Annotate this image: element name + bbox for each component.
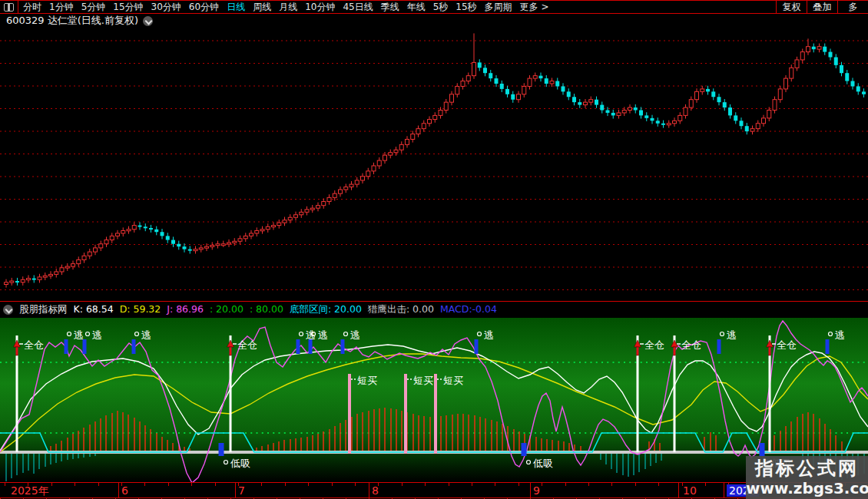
svg-text:全仓: 全仓 xyxy=(777,339,797,351)
toolbar-item-月线[interactable]: 月线 xyxy=(279,1,297,14)
toolbar-item-30分钟[interactable]: 30分钟 xyxy=(151,1,181,14)
date-minor-tick xyxy=(518,483,519,486)
indicator-panel-area[interactable]: 全仓全仓全仓全仓全仓逃逃逃逃逃逃逃逃逃短买短买短买低吸低吸低吸 xyxy=(0,318,868,482)
title-chevron-down-icon[interactable] xyxy=(143,16,153,26)
date-minor-tick xyxy=(658,483,659,486)
svg-text:短买: 短买 xyxy=(413,375,433,386)
date-minor-tick xyxy=(308,483,309,486)
candlestick-plot xyxy=(0,28,868,301)
toolbar-item-10分钟[interactable]: 10分钟 xyxy=(305,1,335,14)
toolbar-item-15分钟[interactable]: 15分钟 xyxy=(113,1,143,14)
date-minor-tick xyxy=(588,483,589,486)
indicator-value-1: K: 68.54 xyxy=(74,303,114,316)
indicator-header: 股朋指标网K: 68.54D: 59.32J: 86.96: 20.00: 80… xyxy=(0,301,868,318)
toolbar-item-60分钟[interactable]: 60分钟 xyxy=(189,1,219,14)
trading-app-window: 分时1分钟5分钟15分钟30分钟60分钟日线周线月线10分钟45日线季线年线5秒… xyxy=(0,0,868,499)
site-watermark: 指标公式网 www.zbgs3.com xyxy=(746,456,868,499)
date-minor-tick xyxy=(542,483,542,486)
svg-text:逃: 逃 xyxy=(835,329,845,341)
date-minor-tick xyxy=(51,483,52,486)
date-label-2025年: 2025年 xyxy=(11,484,49,497)
date-minor-tick xyxy=(705,483,706,486)
date-separator xyxy=(678,483,679,498)
candlestick-chart-area[interactable] xyxy=(0,28,868,301)
date-label-8: 8 xyxy=(372,484,379,497)
stock-title: 600329 达仁堂(日线.前复权) xyxy=(6,14,138,28)
date-separator xyxy=(118,483,119,498)
toolbar-item-45日线[interactable]: 45日线 xyxy=(343,1,373,14)
svg-text:全仓: 全仓 xyxy=(681,339,701,351)
date-minor-tick xyxy=(355,483,356,486)
toolbar-item-更多 >[interactable]: 更多 > xyxy=(520,1,549,14)
date-label-6: 6 xyxy=(121,484,128,497)
date-separator xyxy=(724,483,724,498)
date-minor-tick xyxy=(495,483,495,486)
svg-text:逃: 逃 xyxy=(92,329,102,341)
indicator-value-2: D: 59.32 xyxy=(120,303,161,316)
date-minor-tick xyxy=(215,483,216,486)
date-separator xyxy=(369,483,369,498)
date-label-10: 10 xyxy=(683,484,697,497)
svg-text:逃: 逃 xyxy=(141,329,151,341)
toolbar-item-周线[interactable]: 周线 xyxy=(253,1,271,14)
toolbar-item-5秒[interactable]: 5秒 xyxy=(433,1,449,14)
toolbar-button-复权[interactable]: 复权 xyxy=(776,1,807,13)
indicator-value-6: 底部区间: 20.00 xyxy=(290,303,362,316)
svg-text:短买: 短买 xyxy=(357,375,377,386)
watermark-site-url: www.zbgs3.com xyxy=(746,480,868,497)
svg-text:逃: 逃 xyxy=(350,329,360,341)
watermark-site-name: 指标公式网 xyxy=(746,457,868,480)
date-minor-tick xyxy=(635,483,636,486)
period-toolbar: 分时1分钟5分钟15分钟30分钟60分钟日线周线月线10分钟45日线季线年线5秒… xyxy=(0,0,868,14)
svg-text:逃: 逃 xyxy=(484,329,494,341)
date-separator xyxy=(530,483,531,498)
date-minor-tick xyxy=(98,483,99,486)
svg-text:全仓: 全仓 xyxy=(237,339,257,351)
candles xyxy=(5,33,866,287)
svg-text:全仓: 全仓 xyxy=(24,339,44,351)
svg-text:逃: 逃 xyxy=(318,329,328,341)
toolbar-item-15秒[interactable]: 15秒 xyxy=(456,1,476,14)
svg-text:逃: 逃 xyxy=(306,329,316,341)
toolbar-item-日线[interactable]: 日线 xyxy=(227,1,245,14)
indicator-chevron-down-icon[interactable] xyxy=(3,305,13,315)
indicator-plot: 全仓全仓全仓全仓全仓逃逃逃逃逃逃逃逃逃短买短买短买低吸低吸低吸 xyxy=(0,318,868,482)
date-minor-tick xyxy=(261,483,262,486)
indicator-value-0: 股朋指标网 xyxy=(19,303,68,316)
toolbar-item-1分钟[interactable]: 1分钟 xyxy=(49,1,74,14)
date-minor-tick xyxy=(168,483,169,486)
indicator-value-3: J: 86.96 xyxy=(167,303,204,316)
main-gridlines xyxy=(0,41,868,290)
svg-text:低吸: 低吸 xyxy=(230,458,250,469)
toolbar-item-季线[interactable]: 季线 xyxy=(381,1,399,14)
date-minor-tick xyxy=(449,483,449,486)
date-separator xyxy=(235,483,236,498)
date-minor-tick xyxy=(75,483,75,486)
toolbar-button-叠加[interactable]: 叠加 xyxy=(807,1,837,13)
date-axis: 2025年6789102025 xyxy=(0,482,868,497)
date-minor-tick xyxy=(285,483,286,486)
indicator-values: 股朋指标网K: 68.54D: 59.32J: 86.96: 20.00: 80… xyxy=(19,303,497,316)
indicator-value-8: MACD:-0.04 xyxy=(440,303,497,316)
period-tabs: 分时1分钟5分钟15分钟30分钟60分钟日线周线月线10分钟45日线季线年线5秒… xyxy=(18,1,776,14)
date-label-9: 9 xyxy=(533,484,540,497)
toolbar-item-年线[interactable]: 年线 xyxy=(407,1,426,14)
indicator-value-4: : 20.00 xyxy=(210,303,244,316)
toolbar-right-buttons: 复权叠加多 xyxy=(776,1,868,13)
date-minor-tick xyxy=(565,483,566,486)
date-minor-tick xyxy=(191,483,192,486)
svg-text:全仓: 全仓 xyxy=(644,339,664,351)
indicator-value-7: 猎鹰出击: 0.00 xyxy=(368,303,434,316)
toolbar-item-5分钟[interactable]: 5分钟 xyxy=(81,1,106,14)
window-layout-button[interactable] xyxy=(0,1,18,13)
toolbar-item-分时[interactable]: 分时 xyxy=(23,1,41,14)
indicator-value-5: : 80.00 xyxy=(250,303,283,316)
toolbar-button-多[interactable]: 多 xyxy=(837,1,868,13)
svg-text:低吸: 低吸 xyxy=(532,458,553,469)
date-minor-tick xyxy=(5,483,5,486)
toolbar-item-多周期[interactable]: 多周期 xyxy=(485,1,512,14)
title-bar: 600329 达仁堂(日线.前复权) xyxy=(0,14,868,28)
date-minor-tick xyxy=(611,483,612,486)
date-minor-tick xyxy=(472,483,472,486)
svg-text:短买: 短买 xyxy=(443,375,463,386)
